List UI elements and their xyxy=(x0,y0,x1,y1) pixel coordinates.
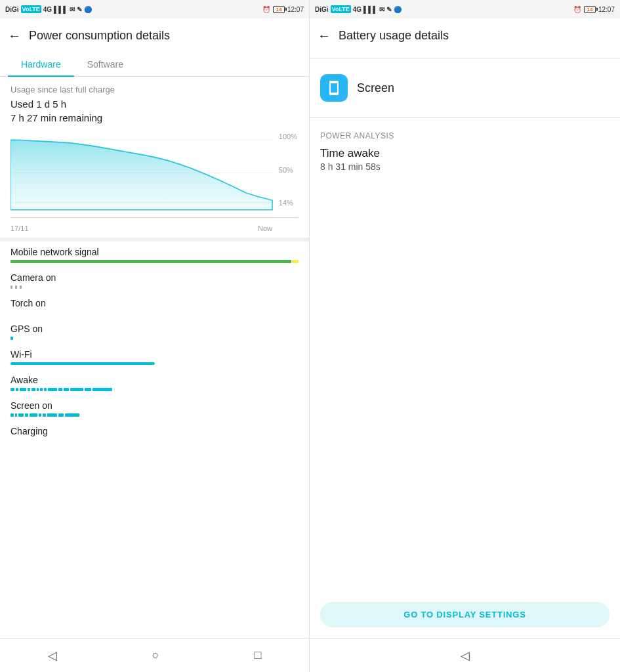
nav-back-left[interactable]: ◁ xyxy=(35,643,70,668)
status-right-left: ⏰ 14 12:07 xyxy=(262,6,304,13)
time-left: 12:07 xyxy=(287,6,304,13)
usage-time: Used 1 d 5 h 7 h 27 min remaining xyxy=(10,97,299,125)
y-label-50: 50% xyxy=(279,166,297,174)
toolbar-left: ← Power consumption details xyxy=(0,18,309,52)
awake-tick-1 xyxy=(10,388,14,391)
metric-label-awake: Awake xyxy=(10,375,299,385)
awake-tick-11 xyxy=(64,388,69,391)
gps-dot-1 xyxy=(10,337,13,340)
bottom-nav-left: ◁ ○ □ xyxy=(0,638,309,672)
metric-gps: GPS on xyxy=(10,324,299,340)
status-bar-left: DiGi VoLTE 4G ▌▌▌ ✉ ✎ 🔵 ⏰ 14 12:07 xyxy=(0,0,309,18)
right-panel: DiGi VoLTE 4G ▌▌▌ ✉ ✎ 🔵 ⏰ 14 12:07 ← Bat… xyxy=(310,0,620,672)
awake-tick-5 xyxy=(31,388,35,391)
power-analysis-label: POWER ANALYSIS xyxy=(310,123,620,144)
left-panel: DiGi VoLTE 4G ▌▌▌ ✉ ✎ 🔵 ⏰ 14 12:07 ← Pow… xyxy=(0,0,310,672)
alarm-icon-right: ⏰ xyxy=(573,6,581,13)
screen-header: Screen xyxy=(310,64,620,112)
camera-bar-track xyxy=(10,285,299,289)
x-label-start: 17/11 xyxy=(10,224,29,232)
metric-awake: Awake xyxy=(10,375,299,391)
time-awake-value: 8 h 31 min 58s xyxy=(310,161,620,182)
metric-label-mobile: Mobile network signal xyxy=(10,247,299,257)
metrics-list: Mobile network signal Camera on xyxy=(10,247,299,442)
toolbar-right: ← Battery usage details xyxy=(310,18,620,52)
right-content: POWER ANALYSIS Time awake 8 h 31 min 58s… xyxy=(310,123,620,638)
metric-label-wifi: Wi-Fi xyxy=(10,349,299,360)
screen-on-ticks xyxy=(10,413,299,417)
network-type-left: 4G xyxy=(43,6,52,13)
son-tick-6 xyxy=(39,413,41,417)
nav-home-left[interactable]: ○ xyxy=(139,643,173,667)
awake-tick-14 xyxy=(93,388,112,391)
screen-icon-box xyxy=(320,74,348,102)
icons-left: ✉ ✎ 🔵 xyxy=(70,6,92,13)
camera-dot-3 xyxy=(20,285,22,289)
carrier-left: DiGi xyxy=(5,6,19,13)
metric-charging: Charging xyxy=(10,426,299,442)
awake-tick-7 xyxy=(40,388,43,391)
bottom-nav-right: ◁ xyxy=(310,638,620,672)
usage-label: Usage since last full charge xyxy=(10,85,299,94)
charging-bar-track xyxy=(10,439,299,442)
back-button-left[interactable]: ← xyxy=(8,29,21,42)
y-label-14: 14% xyxy=(279,199,297,207)
awake-tick-4 xyxy=(28,388,30,391)
battery-icon-left: 14 xyxy=(273,6,285,13)
metric-wifi: Wi-Fi xyxy=(10,349,299,366)
nav-recent-left[interactable]: □ xyxy=(241,643,275,667)
awake-tick-12 xyxy=(70,388,83,391)
tab-software[interactable]: Software xyxy=(74,52,136,76)
son-tick-9 xyxy=(58,413,64,417)
metric-label-charging: Charging xyxy=(10,426,299,436)
awake-bar-track xyxy=(10,388,299,391)
metric-screen-on: Screen on xyxy=(10,400,299,417)
x-label-end: Now xyxy=(258,224,272,232)
alarm-icon-left: ⏰ xyxy=(262,6,270,13)
metric-label-screen-on: Screen on xyxy=(10,400,299,411)
page-title-left: Power consumption details xyxy=(29,29,301,43)
status-carrier-left: DiGi VoLTE 4G ▌▌▌ ✉ ✎ 🔵 xyxy=(5,5,92,13)
son-tick-8 xyxy=(47,413,57,417)
usage-time-line1: Used 1 d 5 h xyxy=(10,97,299,111)
wifi-bar-track xyxy=(10,362,299,366)
time-awake-title: Time awake xyxy=(310,144,620,161)
divider-mid-right xyxy=(310,117,620,118)
metric-camera: Camera on xyxy=(10,272,299,289)
metric-label-torch: Torch on xyxy=(10,298,299,308)
tab-hardware[interactable]: Hardware xyxy=(8,52,74,76)
awake-tick-8 xyxy=(44,388,47,391)
status-right-right: ⏰ 14 12:07 xyxy=(573,6,615,13)
screen-label: Screen xyxy=(357,81,394,95)
signal-bars-left: ▌▌▌ xyxy=(54,6,68,13)
display-settings-button[interactable]: GO TO DISPLAY SETTINGS xyxy=(320,602,610,627)
chart-x-labels: 17/11 Now xyxy=(10,223,299,232)
status-bar-right: DiGi VoLTE 4G ▌▌▌ ✉ ✎ 🔵 ⏰ 14 12:07 xyxy=(310,0,620,18)
gps-dots xyxy=(10,337,299,340)
awake-tick-3 xyxy=(20,388,26,391)
usage-time-line2: 7 h 27 min remaining xyxy=(10,111,299,125)
awake-tick-2 xyxy=(16,388,18,391)
torch-bar-track xyxy=(10,311,299,314)
awake-tick-13 xyxy=(85,388,91,391)
mobile-network-bar xyxy=(10,260,299,263)
son-tick-3 xyxy=(18,413,24,417)
spacer-right xyxy=(310,182,620,591)
time-right: 12:07 xyxy=(598,6,615,13)
screen-on-bar-track xyxy=(10,413,299,417)
camera-dot-1 xyxy=(10,285,12,289)
section-divider xyxy=(0,238,309,242)
chart-y-labels: 100% 50% 14% xyxy=(279,133,299,207)
metric-mobile-network: Mobile network signal xyxy=(10,247,299,263)
nav-back-right[interactable]: ◁ xyxy=(447,643,483,668)
son-tick-1 xyxy=(10,413,14,417)
awake-ticks xyxy=(10,388,299,391)
carrier-right: DiGi xyxy=(315,6,329,13)
back-button-right[interactable]: ← xyxy=(318,29,331,42)
tabs-left: Hardware Software xyxy=(0,52,309,77)
volte-badge-right: VoLTE xyxy=(331,5,351,13)
son-tick-7 xyxy=(43,413,46,417)
network-type-right: 4G xyxy=(353,6,362,13)
son-tick-10 xyxy=(65,413,79,417)
signal-bars-right: ▌▌▌ xyxy=(363,6,377,13)
